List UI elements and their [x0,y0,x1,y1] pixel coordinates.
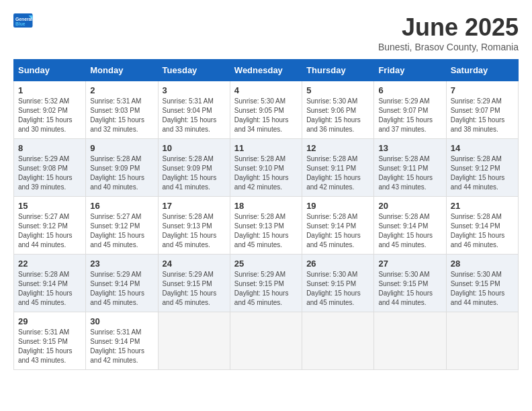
day-number: 22 [18,259,81,269]
calendar-day-25: 25Sunrise: 5:29 AM Sunset: 9:15 PM Dayli… [230,255,302,312]
calendar-day-22: 22Sunrise: 5:28 AM Sunset: 9:14 PM Dayli… [14,255,86,312]
day-content: Sunrise: 5:31 AM Sunset: 9:15 PM Dayligh… [18,328,81,365]
calendar-day-29: 29Sunrise: 5:31 AM Sunset: 9:15 PM Dayli… [14,312,86,370]
title-area: June 2025 Bunesti, Brasov County, Romani… [378,13,519,52]
day-number: 19 [306,201,369,211]
calendar-day-18: 18Sunrise: 5:28 AM Sunset: 9:13 PM Dayli… [230,197,302,255]
day-content: Sunrise: 5:28 AM Sunset: 9:09 PM Dayligh… [163,154,226,192]
svg-text:Blue: Blue [15,21,26,26]
calendar-day-30: 30Sunrise: 5:31 AM Sunset: 9:14 PM Dayli… [86,312,158,370]
day-header-wednesday: Wednesday [230,60,302,81]
calendar-day-10: 10Sunrise: 5:28 AM Sunset: 9:09 PM Dayli… [158,139,230,197]
day-number: 30 [90,316,153,326]
day-content: Sunrise: 5:30 AM Sunset: 9:15 PM Dayligh… [306,270,369,308]
calendar-week-2: 8Sunrise: 5:29 AM Sunset: 9:08 PM Daylig… [14,139,519,197]
day-number: 13 [378,143,441,153]
logo-icon: General Blue [13,13,34,30]
empty-cell [302,312,374,370]
day-header-friday: Friday [374,60,446,81]
day-content: Sunrise: 5:28 AM Sunset: 9:14 PM Dayligh… [378,212,441,250]
day-header-monday: Monday [86,60,158,81]
calendar-day-24: 24Sunrise: 5:29 AM Sunset: 9:15 PM Dayli… [158,255,230,312]
day-content: Sunrise: 5:29 AM Sunset: 9:07 PM Dayligh… [451,97,514,134]
calendar-day-1: 1Sunrise: 5:32 AM Sunset: 9:02 PM Daylig… [14,81,86,139]
header: General Blue June 2025 Bunesti, Brasov C… [13,13,519,52]
day-content: Sunrise: 5:27 AM Sunset: 9:12 PM Dayligh… [18,212,81,250]
day-content: Sunrise: 5:28 AM Sunset: 9:14 PM Dayligh… [306,212,369,250]
day-content: Sunrise: 5:28 AM Sunset: 9:09 PM Dayligh… [90,154,153,192]
calendar-day-23: 23Sunrise: 5:29 AM Sunset: 9:14 PM Dayli… [86,255,158,312]
day-number: 1 [18,85,81,95]
calendar-day-4: 4Sunrise: 5:30 AM Sunset: 9:05 PM Daylig… [230,81,302,139]
day-number: 26 [306,259,369,269]
calendar-day-16: 16Sunrise: 5:27 AM Sunset: 9:12 PM Dayli… [86,197,158,255]
calendar-day-13: 13Sunrise: 5:28 AM Sunset: 9:11 PM Dayli… [374,139,446,197]
day-content: Sunrise: 5:28 AM Sunset: 9:13 PM Dayligh… [234,212,298,250]
day-number: 17 [163,201,226,211]
day-number: 2 [90,85,153,95]
calendar-day-19: 19Sunrise: 5:28 AM Sunset: 9:14 PM Dayli… [302,197,374,255]
svg-text:General: General [15,17,32,21]
day-number: 12 [306,143,369,153]
day-number: 9 [90,143,153,153]
calendar-day-14: 14Sunrise: 5:28 AM Sunset: 9:12 PM Dayli… [446,139,518,197]
day-number: 18 [234,201,298,211]
day-content: Sunrise: 5:28 AM Sunset: 9:10 PM Dayligh… [234,154,298,192]
day-number: 28 [451,259,514,269]
day-content: Sunrise: 5:28 AM Sunset: 9:12 PM Dayligh… [451,154,514,192]
day-header-saturday: Saturday [446,60,518,81]
empty-cell [374,312,446,370]
day-header-tuesday: Tuesday [158,60,230,81]
day-content: Sunrise: 5:27 AM Sunset: 9:12 PM Dayligh… [90,212,153,250]
day-content: Sunrise: 5:29 AM Sunset: 9:15 PM Dayligh… [163,270,226,308]
calendar-day-2: 2Sunrise: 5:31 AM Sunset: 9:03 PM Daylig… [86,81,158,139]
day-number: 8 [18,143,81,153]
day-number: 24 [163,259,226,269]
calendar-day-9: 9Sunrise: 5:28 AM Sunset: 9:09 PM Daylig… [86,139,158,197]
calendar-day-5: 5Sunrise: 5:30 AM Sunset: 9:06 PM Daylig… [302,81,374,139]
empty-cell [230,312,302,370]
logo: General Blue [13,13,34,30]
calendar-day-27: 27Sunrise: 5:30 AM Sunset: 9:15 PM Dayli… [374,255,446,312]
day-number: 3 [163,85,226,95]
day-number: 7 [451,85,514,95]
day-content: Sunrise: 5:32 AM Sunset: 9:02 PM Dayligh… [18,97,81,134]
calendar-day-21: 21Sunrise: 5:28 AM Sunset: 9:14 PM Dayli… [446,197,518,255]
calendar-table: SundayMondayTuesdayWednesdayThursdayFrid… [13,59,519,370]
day-content: Sunrise: 5:29 AM Sunset: 9:07 PM Dayligh… [378,97,441,134]
calendar-day-3: 3Sunrise: 5:31 AM Sunset: 9:04 PM Daylig… [158,81,230,139]
day-number: 29 [18,316,81,326]
day-number: 15 [18,201,81,211]
day-number: 16 [90,201,153,211]
day-number: 27 [378,259,441,269]
day-content: Sunrise: 5:31 AM Sunset: 9:14 PM Dayligh… [90,328,153,365]
day-number: 25 [234,259,298,269]
day-content: Sunrise: 5:30 AM Sunset: 9:06 PM Dayligh… [306,97,369,134]
day-number: 5 [306,85,369,95]
calendar-body: 1Sunrise: 5:32 AM Sunset: 9:02 PM Daylig… [14,81,519,370]
calendar-day-12: 12Sunrise: 5:28 AM Sunset: 9:11 PM Dayli… [302,139,374,197]
calendar-day-28: 28Sunrise: 5:30 AM Sunset: 9:15 PM Dayli… [446,255,518,312]
calendar-subtitle: Bunesti, Brasov County, Romania [378,42,519,52]
calendar-day-15: 15Sunrise: 5:27 AM Sunset: 9:12 PM Dayli… [14,197,86,255]
day-header-sunday: Sunday [14,60,86,81]
day-content: Sunrise: 5:31 AM Sunset: 9:04 PM Dayligh… [163,97,226,134]
calendar-day-26: 26Sunrise: 5:30 AM Sunset: 9:15 PM Dayli… [302,255,374,312]
calendar-day-8: 8Sunrise: 5:29 AM Sunset: 9:08 PM Daylig… [14,139,86,197]
day-number: 21 [451,201,514,211]
day-content: Sunrise: 5:28 AM Sunset: 9:14 PM Dayligh… [18,270,81,308]
calendar-day-20: 20Sunrise: 5:28 AM Sunset: 9:14 PM Dayli… [374,197,446,255]
days-header-row: SundayMondayTuesdayWednesdayThursdayFrid… [14,60,519,81]
day-content: Sunrise: 5:28 AM Sunset: 9:11 PM Dayligh… [306,154,369,192]
calendar-day-11: 11Sunrise: 5:28 AM Sunset: 9:10 PM Dayli… [230,139,302,197]
day-content: Sunrise: 5:28 AM Sunset: 9:11 PM Dayligh… [378,154,441,192]
calendar-week-4: 22Sunrise: 5:28 AM Sunset: 9:14 PM Dayli… [14,255,519,312]
day-content: Sunrise: 5:28 AM Sunset: 9:14 PM Dayligh… [451,212,514,250]
calendar-day-7: 7Sunrise: 5:29 AM Sunset: 9:07 PM Daylig… [446,81,518,139]
day-header-thursday: Thursday [302,60,374,81]
day-content: Sunrise: 5:30 AM Sunset: 9:05 PM Dayligh… [234,97,298,134]
calendar-day-6: 6Sunrise: 5:29 AM Sunset: 9:07 PM Daylig… [374,81,446,139]
day-content: Sunrise: 5:30 AM Sunset: 9:15 PM Dayligh… [378,270,441,308]
empty-cell [446,312,518,370]
calendar-title: June 2025 [378,13,519,42]
